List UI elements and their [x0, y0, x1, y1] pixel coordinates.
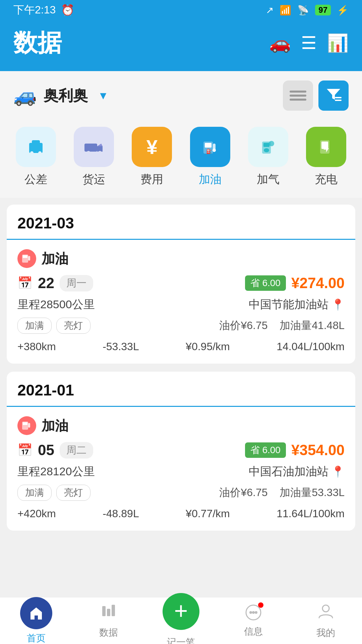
list-view-icon[interactable]: ☰ — [301, 33, 317, 53]
tag-liangdeng-1: 亮灯 — [56, 485, 90, 501]
nav-mine[interactable]: 我的 — [290, 602, 362, 639]
record-type-label-0: 加油 — [42, 250, 68, 268]
feiyong-icon: ¥ — [132, 127, 172, 167]
record-mileage-row-1: 里程28120公里 中国石油加油站 📍 — [17, 464, 345, 479]
svg-point-33 — [252, 611, 255, 614]
location-pin-0: 📍 — [331, 298, 345, 311]
list-view-button[interactable] — [283, 80, 313, 111]
record-oil-info-1: 油价¥6.75 加油量53.33L — [219, 485, 345, 500]
record-cost-per-km-0: ¥0.95/km — [186, 340, 230, 353]
record-date-left-0: 📅 22 周一 — [17, 275, 93, 291]
content-area: 2021-03 加油 📅 22 周一 — [0, 198, 362, 592]
record-tags-1: 加满 亮灯 — [17, 485, 90, 501]
svg-point-8 — [86, 151, 90, 155]
svg-text:⛽: ⛽ — [206, 149, 212, 154]
oil-price-1: 油价¥6.75 — [219, 486, 267, 498]
app-header: 数据 🚗 ☰ 📊 — [0, 20, 362, 71]
record-dist-1: +420km — [17, 507, 56, 520]
nav-add[interactable]: + 记一笔 — [145, 593, 217, 644]
record-card-0[interactable]: 加油 📅 22 周一 省 6.00 ¥274.00 里程28500公里 中国节能… — [7, 240, 355, 364]
tag-jiaman-0: 加满 — [17, 318, 52, 334]
record-date-left-1: 📅 05 周二 — [17, 442, 93, 459]
chart-icon[interactable]: 📊 — [327, 33, 349, 53]
status-bar: 下午2:13 ⏰ ↗ 📶 📡 97 ⚡ — [0, 0, 362, 20]
status-time: 下午2:13 ⏰ — [13, 3, 74, 17]
tag-liangdeng-0: 亮灯 — [56, 318, 90, 334]
car-view-buttons[interactable] — [283, 80, 349, 111]
record-dist-0: +380km — [17, 340, 56, 353]
month-group-0: 2021-03 加油 📅 22 周一 — [7, 205, 355, 364]
home-icon — [20, 597, 52, 629]
jiayou-icon: ⛽ — [190, 127, 230, 167]
location-pin-1: 📍 — [331, 465, 345, 478]
oil-volume-1: 加油量53.33L — [280, 486, 345, 498]
record-amount-0: ¥274.00 — [291, 275, 345, 291]
nav-data[interactable]: 数据 — [72, 603, 145, 639]
page-title: 数据 — [13, 27, 62, 59]
charge-icon: ⚡ — [337, 5, 349, 16]
bottom-nav: 首页 数据 + 记一笔 信息 — [0, 597, 362, 644]
filter-button[interactable] — [318, 80, 349, 111]
category-huoyun[interactable]: 货运 — [65, 127, 123, 187]
record-station-1: 中国石油加油站 📍 — [249, 464, 345, 479]
wifi-icon: 📡 — [297, 5, 309, 16]
record-station-name-0: 中国节能加油站 — [249, 297, 328, 312]
record-type-icon-0 — [17, 249, 36, 268]
cal-icon-0: 📅 — [17, 276, 33, 290]
record-type-label-1: 加油 — [42, 417, 68, 435]
month-title-0: 2021-03 — [17, 214, 74, 232]
record-fuel-0: -53.33L — [103, 340, 139, 353]
category-jiayou[interactable]: ⛽ 加油 — [181, 127, 239, 187]
record-day-0: 22 — [38, 275, 54, 291]
record-oil-info-0: 油价¥6.75 加油量41.48L — [219, 318, 345, 333]
car-dropdown-arrow[interactable]: ▼ — [98, 90, 109, 102]
svg-point-13 — [213, 149, 216, 152]
record-stats-row-0: +380km -53.33L ¥0.95/km 14.04L/100km — [17, 340, 345, 353]
car-list-icon[interactable]: 🚗 — [269, 33, 291, 53]
category-chongdian[interactable]: 充电 — [297, 127, 355, 187]
category-feiyong[interactable]: ¥ 费用 — [123, 127, 181, 187]
car-name: 奥利奥 — [44, 86, 88, 106]
info-notification-dot — [258, 602, 263, 608]
svg-rect-24 — [28, 256, 30, 261]
svg-rect-23 — [23, 255, 27, 258]
svg-point-35 — [322, 605, 329, 612]
nav-home[interactable]: 首页 — [0, 597, 72, 644]
record-station-name-1: 中国石油加油站 — [249, 464, 328, 479]
month-group-1: 2021-01 加油 📅 05 周二 — [7, 372, 355, 531]
svg-rect-27 — [28, 423, 30, 428]
month-title-1: 2021-01 — [17, 381, 74, 399]
category-row: 公差 货运 ¥ 费用 ⛽ — [0, 120, 362, 198]
record-mileage-0: 里程28500公里 — [17, 297, 95, 312]
list-icon — [290, 91, 306, 101]
record-card-1[interactable]: 加油 📅 05 周二 省 6.00 ¥354.00 里程28120公里 中国石油… — [7, 407, 355, 531]
category-gongcha[interactable]: 公差 — [7, 127, 65, 187]
nav-mine-label: 我的 — [316, 627, 335, 639]
record-type-icon-1 — [17, 416, 36, 435]
month-header-0: 2021-03 — [7, 205, 355, 239]
svg-point-5 — [30, 151, 34, 155]
category-jiaqi[interactable]: 加气 — [239, 127, 297, 187]
car-selector[interactable]: 🚙 奥利奥 ▼ — [13, 85, 109, 107]
record-date-row-1: 📅 05 周二 省 6.00 ¥354.00 — [17, 442, 345, 459]
record-day-1: 05 — [38, 442, 54, 459]
data-icon — [100, 603, 117, 624]
chongdian-label: 充电 — [315, 172, 338, 187]
jiayou-label: 加油 — [199, 172, 222, 187]
add-button[interactable]: + — [163, 593, 199, 630]
record-consumption-1: 11.64L/100km — [277, 507, 345, 520]
svg-point-9 — [98, 151, 102, 155]
record-weekday-1: 周二 — [60, 442, 93, 459]
feiyong-label: 费用 — [140, 172, 163, 187]
tag-jiaman-1: 加满 — [17, 485, 52, 501]
header-action-icons[interactable]: 🚗 ☰ 📊 — [269, 33, 349, 53]
record-fuel-1: -48.89L — [103, 507, 139, 520]
oil-volume-0: 加油量41.48L — [280, 319, 345, 331]
record-stats-row-1: +420km -48.89L ¥0.77/km 11.64L/100km — [17, 507, 345, 520]
nav-info[interactable]: 信息 — [217, 604, 290, 638]
location-icon: ↗ — [266, 5, 274, 16]
car-icon: 🚙 — [13, 85, 37, 107]
time-text: 下午2:13 — [13, 3, 56, 17]
record-station-0: 中国节能加油站 📍 — [249, 297, 345, 312]
svg-point-18 — [269, 141, 274, 146]
